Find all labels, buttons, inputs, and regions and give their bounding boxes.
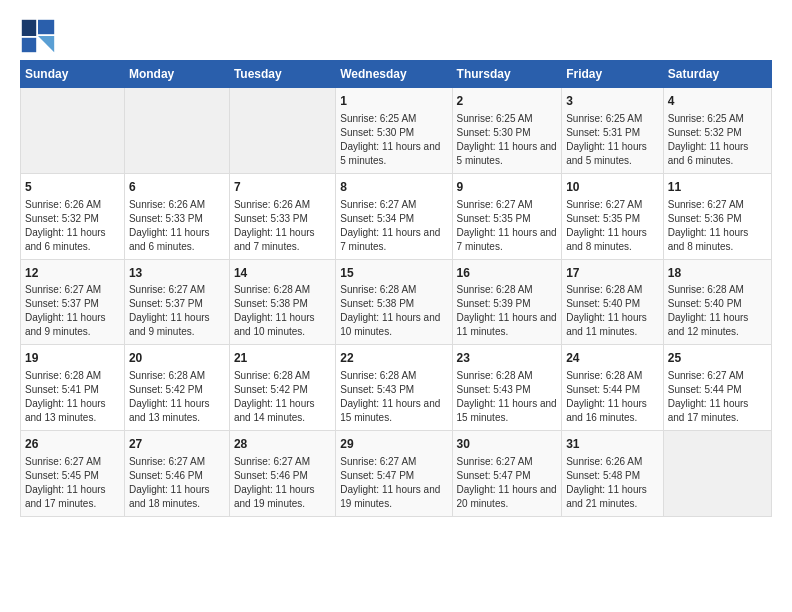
sunset-time: Sunset: 5:43 PM [340,383,447,397]
daylight-hours: Daylight: 11 hours and 11 minutes. [457,311,558,339]
sunset-time: Sunset: 5:35 PM [566,212,659,226]
daylight-hours: Daylight: 11 hours and 10 minutes. [340,311,447,339]
daylight-hours: Daylight: 11 hours and 18 minutes. [129,483,225,511]
daylight-hours: Daylight: 11 hours and 7 minutes. [234,226,331,254]
table-row: 14Sunrise: 6:28 AMSunset: 5:38 PMDayligh… [229,259,335,345]
day-number: 5 [25,179,120,196]
sunrise-time: Sunrise: 6:27 AM [129,455,225,469]
table-row: 22Sunrise: 6:28 AMSunset: 5:43 PMDayligh… [336,345,452,431]
daylight-hours: Daylight: 11 hours and 17 minutes. [668,397,767,425]
daylight-hours: Daylight: 11 hours and 5 minutes. [457,140,558,168]
sunset-time: Sunset: 5:46 PM [234,469,331,483]
daylight-hours: Daylight: 11 hours and 7 minutes. [340,226,447,254]
daylight-hours: Daylight: 11 hours and 5 minutes. [566,140,659,168]
sunrise-time: Sunrise: 6:27 AM [457,198,558,212]
table-row [229,88,335,174]
day-number: 17 [566,265,659,282]
day-number: 8 [340,179,447,196]
sunrise-time: Sunrise: 6:27 AM [566,198,659,212]
sunset-time: Sunset: 5:33 PM [234,212,331,226]
table-row: 16Sunrise: 6:28 AMSunset: 5:39 PMDayligh… [452,259,562,345]
table-row: 3Sunrise: 6:25 AMSunset: 5:31 PMDaylight… [562,88,664,174]
sunset-time: Sunset: 5:45 PM [25,469,120,483]
sunset-time: Sunset: 5:48 PM [566,469,659,483]
day-number: 19 [25,350,120,367]
table-row: 23Sunrise: 6:28 AMSunset: 5:43 PMDayligh… [452,345,562,431]
sunset-time: Sunset: 5:37 PM [129,297,225,311]
col-header-saturday: Saturday [663,61,771,88]
sunrise-time: Sunrise: 6:28 AM [25,369,120,383]
sunrise-time: Sunrise: 6:28 AM [340,369,447,383]
day-number: 16 [457,265,558,282]
day-number: 29 [340,436,447,453]
table-row: 6Sunrise: 6:26 AMSunset: 5:33 PMDaylight… [124,173,229,259]
day-number: 14 [234,265,331,282]
day-number: 18 [668,265,767,282]
table-row: 24Sunrise: 6:28 AMSunset: 5:44 PMDayligh… [562,345,664,431]
sunrise-time: Sunrise: 6:27 AM [668,369,767,383]
sunrise-time: Sunrise: 6:27 AM [25,455,120,469]
sunset-time: Sunset: 5:46 PM [129,469,225,483]
col-header-tuesday: Tuesday [229,61,335,88]
sunset-time: Sunset: 5:32 PM [25,212,120,226]
day-number: 30 [457,436,558,453]
daylight-hours: Daylight: 11 hours and 5 minutes. [340,140,447,168]
sunset-time: Sunset: 5:42 PM [234,383,331,397]
table-row: 21Sunrise: 6:28 AMSunset: 5:42 PMDayligh… [229,345,335,431]
svg-rect-2 [22,38,36,52]
daylight-hours: Daylight: 11 hours and 9 minutes. [129,311,225,339]
sunrise-time: Sunrise: 6:25 AM [457,112,558,126]
col-header-sunday: Sunday [21,61,125,88]
table-row: 18Sunrise: 6:28 AMSunset: 5:40 PMDayligh… [663,259,771,345]
sunrise-time: Sunrise: 6:27 AM [25,283,120,297]
table-row: 20Sunrise: 6:28 AMSunset: 5:42 PMDayligh… [124,345,229,431]
day-number: 2 [457,93,558,110]
sunset-time: Sunset: 5:30 PM [340,126,447,140]
sunrise-time: Sunrise: 6:27 AM [668,198,767,212]
table-row: 26Sunrise: 6:27 AMSunset: 5:45 PMDayligh… [21,431,125,517]
sunrise-time: Sunrise: 6:27 AM [340,198,447,212]
daylight-hours: Daylight: 11 hours and 15 minutes. [457,397,558,425]
sunrise-time: Sunrise: 6:27 AM [234,455,331,469]
sunset-time: Sunset: 5:31 PM [566,126,659,140]
daylight-hours: Daylight: 11 hours and 12 minutes. [668,311,767,339]
table-row: 25Sunrise: 6:27 AMSunset: 5:44 PMDayligh… [663,345,771,431]
sunrise-time: Sunrise: 6:28 AM [234,369,331,383]
sunrise-time: Sunrise: 6:28 AM [234,283,331,297]
daylight-hours: Daylight: 11 hours and 20 minutes. [457,483,558,511]
sunset-time: Sunset: 5:33 PM [129,212,225,226]
day-number: 28 [234,436,331,453]
day-number: 12 [25,265,120,282]
daylight-hours: Daylight: 11 hours and 13 minutes. [25,397,120,425]
sunset-time: Sunset: 5:38 PM [340,297,447,311]
sunrise-time: Sunrise: 6:28 AM [668,283,767,297]
daylight-hours: Daylight: 11 hours and 13 minutes. [129,397,225,425]
sunrise-time: Sunrise: 6:27 AM [457,455,558,469]
sunrise-time: Sunrise: 6:28 AM [566,283,659,297]
table-row: 30Sunrise: 6:27 AMSunset: 5:47 PMDayligh… [452,431,562,517]
table-row: 8Sunrise: 6:27 AMSunset: 5:34 PMDaylight… [336,173,452,259]
day-number: 23 [457,350,558,367]
svg-rect-3 [38,20,54,34]
daylight-hours: Daylight: 11 hours and 8 minutes. [668,226,767,254]
daylight-hours: Daylight: 11 hours and 9 minutes. [25,311,120,339]
sunrise-time: Sunrise: 6:28 AM [566,369,659,383]
table-row: 9Sunrise: 6:27 AMSunset: 5:35 PMDaylight… [452,173,562,259]
calendar-table: SundayMondayTuesdayWednesdayThursdayFrid… [20,60,772,517]
sunset-time: Sunset: 5:34 PM [340,212,447,226]
sunrise-time: Sunrise: 6:28 AM [457,283,558,297]
table-row: 19Sunrise: 6:28 AMSunset: 5:41 PMDayligh… [21,345,125,431]
table-row [663,431,771,517]
sunset-time: Sunset: 5:39 PM [457,297,558,311]
sunrise-time: Sunrise: 6:26 AM [129,198,225,212]
table-row: 11Sunrise: 6:27 AMSunset: 5:36 PMDayligh… [663,173,771,259]
table-row: 15Sunrise: 6:28 AMSunset: 5:38 PMDayligh… [336,259,452,345]
table-row: 31Sunrise: 6:26 AMSunset: 5:48 PMDayligh… [562,431,664,517]
day-number: 7 [234,179,331,196]
table-row: 5Sunrise: 6:26 AMSunset: 5:32 PMDaylight… [21,173,125,259]
day-number: 3 [566,93,659,110]
daylight-hours: Daylight: 11 hours and 19 minutes. [340,483,447,511]
day-number: 21 [234,350,331,367]
sunset-time: Sunset: 5:35 PM [457,212,558,226]
col-header-friday: Friday [562,61,664,88]
